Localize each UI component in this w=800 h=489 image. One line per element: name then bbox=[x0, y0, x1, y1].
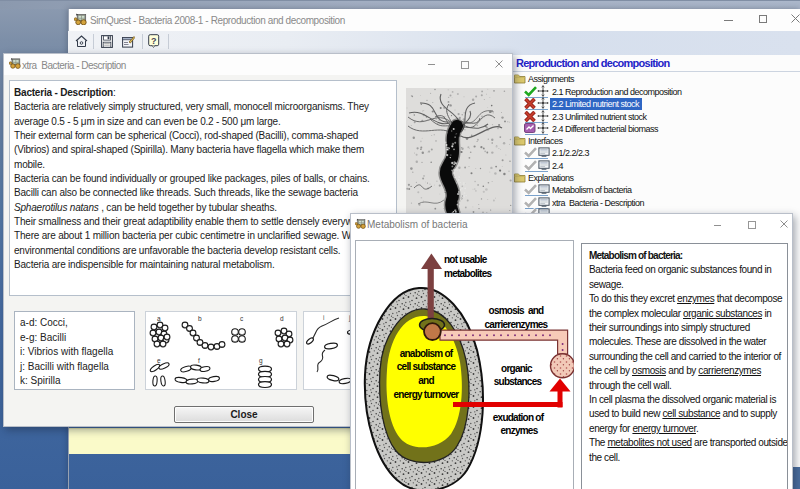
svg-text:d: d bbox=[280, 315, 284, 322]
svg-text:organic: organic bbox=[501, 363, 533, 374]
svg-text:not usable: not usable bbox=[444, 254, 488, 265]
svg-text:carrierenzymes: carrierenzymes bbox=[485, 319, 549, 330]
svg-text:cell substance: cell substance bbox=[397, 361, 457, 372]
svg-text:anabolism of: anabolism of bbox=[400, 348, 454, 359]
svg-text:b: b bbox=[198, 315, 202, 322]
svg-text:e: e bbox=[157, 357, 161, 364]
svg-text:i: i bbox=[323, 314, 324, 321]
svg-text:energy turnover: energy turnover bbox=[394, 389, 460, 400]
svg-text:metabolites: metabolites bbox=[444, 268, 493, 279]
svg-text:and: and bbox=[418, 375, 434, 386]
svg-text:a: a bbox=[157, 315, 161, 322]
svg-text:exudation of: exudation of bbox=[493, 412, 545, 423]
svg-text:substances: substances bbox=[494, 376, 543, 387]
svg-text:?: ? bbox=[151, 36, 157, 46]
svg-text:osmosis and: osmosis and bbox=[489, 305, 545, 316]
svg-text:f: f bbox=[198, 357, 200, 364]
svg-text:g: g bbox=[259, 357, 263, 365]
svg-text:enzymes: enzymes bbox=[501, 425, 539, 436]
